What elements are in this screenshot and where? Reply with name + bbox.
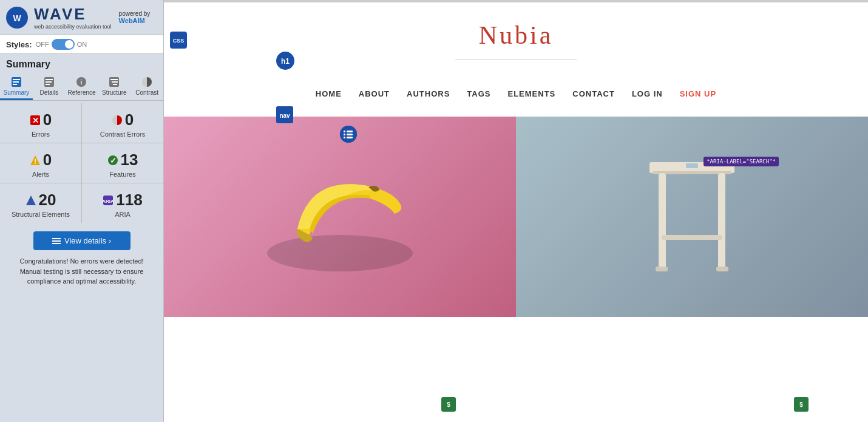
site-title: Nubia — [479, 21, 554, 50]
site-divider — [455, 60, 577, 60]
toggle-thumb — [65, 40, 73, 49]
site-nav: HOME ABOUT AUTHORS TAGS ELEMENTS CONTACT… — [316, 89, 716, 98]
svg-point-47 — [267, 235, 413, 271]
badge-aria-label[interactable]: *ARIA-LABEL="SEARCH"* — [704, 157, 779, 166]
site-images — [164, 117, 868, 317]
styles-label: Styles: — [6, 40, 32, 49]
aria-count: 118 — [116, 191, 142, 209]
stat-errors: ✕ 0 Errors — [0, 103, 81, 143]
nav-elements[interactable]: ELEMENTS — [508, 89, 556, 98]
details-icon — [43, 76, 55, 88]
reference-icon: i — [75, 76, 87, 88]
svg-rect-27 — [52, 238, 61, 239]
stat-structural: 20 Structural Elements — [0, 183, 81, 223]
badge-ul[interactable] — [340, 126, 357, 143]
list-icon — [52, 237, 61, 245]
left-panel: W WAVE web accessibility evaluation tool… — [0, 0, 164, 422]
nav-tags[interactable]: TAGS — [467, 89, 490, 98]
view-details-button[interactable]: View details › — [33, 231, 131, 250]
svg-rect-15 — [113, 84, 117, 85]
feature-icon: ✓ — [107, 155, 118, 166]
stool-image — [516, 117, 868, 317]
styles-off-label: OFF — [36, 41, 49, 48]
error-icon: ✕ — [30, 115, 41, 126]
badge-nav[interactable]: nav — [276, 106, 293, 123]
tab-reference[interactable]: i Reference — [66, 72, 98, 100]
wave-header: W WAVE web accessibility evaluation tool… — [0, 0, 163, 35]
svg-rect-41 — [344, 137, 345, 138]
tab-summary-label: Summary — [4, 89, 30, 96]
nav-signup[interactable]: SIGN UP — [680, 89, 716, 98]
nav-tabs: Summary Details i Reference Structure Co… — [0, 72, 163, 101]
svg-rect-8 — [46, 81, 52, 83]
badge-link-2[interactable]: $ — [794, 397, 809, 412]
tab-contrast[interactable]: Contrast — [131, 72, 163, 100]
powered-by: powered by WebAIM — [119, 10, 151, 24]
tab-structure-label: Structure — [102, 89, 127, 96]
stat-alerts: ! 0 Alerts — [0, 143, 81, 183]
summary-icon — [10, 76, 22, 88]
contrast-icon — [141, 76, 153, 88]
banana-svg — [249, 150, 431, 284]
contrast-error-icon — [112, 115, 123, 126]
alerts-count: 0 — [43, 151, 52, 169]
svg-rect-7 — [46, 79, 53, 80]
summary-heading: Summary — [0, 54, 163, 72]
nav-login[interactable]: LOG IN — [632, 89, 663, 98]
errors-count: 0 — [43, 111, 52, 129]
nav-authors[interactable]: AUTHORS — [407, 89, 450, 98]
alerts-label: Alerts — [32, 171, 49, 178]
svg-text:$: $ — [799, 401, 803, 408]
svg-rect-54 — [716, 267, 728, 271]
svg-rect-13 — [110, 79, 118, 80]
banana-image — [164, 117, 516, 317]
svg-text:CSS: CSS — [173, 38, 184, 44]
features-label: Features — [109, 171, 135, 178]
svg-rect-28 — [52, 240, 61, 242]
nav-about[interactable]: ABOUT — [359, 89, 390, 98]
svg-rect-50 — [659, 173, 666, 270]
badge-h1[interactable]: h1 — [276, 52, 294, 70]
svg-rect-39 — [344, 134, 345, 135]
aria-label: ARIA — [115, 211, 131, 218]
tab-contrast-label: Contrast — [135, 89, 158, 96]
nav-contact[interactable]: CONTACT — [572, 89, 615, 98]
badge-css[interactable]: CSS — [170, 32, 187, 49]
svg-rect-37 — [344, 131, 345, 132]
right-panel: CSS h1 nav *ARIA-LABEL="SEARCH"* $ $ 🔍 N… — [164, 0, 868, 422]
tab-structure[interactable]: Structure — [98, 72, 131, 100]
aria-icon: ARIA — [103, 195, 114, 206]
styles-bar: Styles: OFF ON — [0, 35, 163, 54]
styles-on-label: ON — [77, 41, 87, 48]
svg-rect-42 — [347, 137, 353, 138]
svg-text:✓: ✓ — [109, 156, 116, 165]
structural-icon — [25, 195, 36, 206]
tab-details-label: Details — [39, 89, 58, 96]
svg-text:i: i — [81, 79, 83, 86]
svg-marker-24 — [26, 196, 36, 205]
svg-text:ARIA: ARIA — [103, 199, 114, 204]
svg-text:$: $ — [447, 401, 450, 408]
stat-aria: ARIA 118 ARIA — [82, 183, 163, 223]
svg-rect-14 — [112, 81, 118, 83]
wave-logo: W — [6, 7, 32, 29]
wave-title: WAVE — [34, 5, 112, 24]
svg-rect-53 — [656, 267, 668, 271]
alert-icon: ! — [30, 155, 41, 166]
contrast-errors-label: Contrast Errors — [100, 131, 146, 138]
styles-toggle[interactable] — [52, 39, 75, 50]
svg-text:h1: h1 — [281, 57, 290, 66]
tab-details[interactable]: Details — [33, 72, 66, 100]
contrast-errors-count: 0 — [125, 111, 134, 129]
structural-label: Structural Elements — [12, 211, 70, 218]
svg-rect-29 — [52, 243, 61, 244]
webaim-link[interactable]: WebAIM — [119, 17, 145, 24]
svg-text:✕: ✕ — [32, 116, 38, 125]
svg-text:!: ! — [34, 158, 36, 165]
nav-home[interactable]: HOME — [316, 89, 342, 98]
features-count: 13 — [121, 151, 138, 169]
tab-summary[interactable]: Summary — [0, 72, 33, 100]
congrats-text: Congratulations! No errors were detected… — [0, 256, 163, 293]
svg-rect-52 — [662, 235, 722, 240]
badge-link-1[interactable]: $ — [441, 397, 456, 412]
